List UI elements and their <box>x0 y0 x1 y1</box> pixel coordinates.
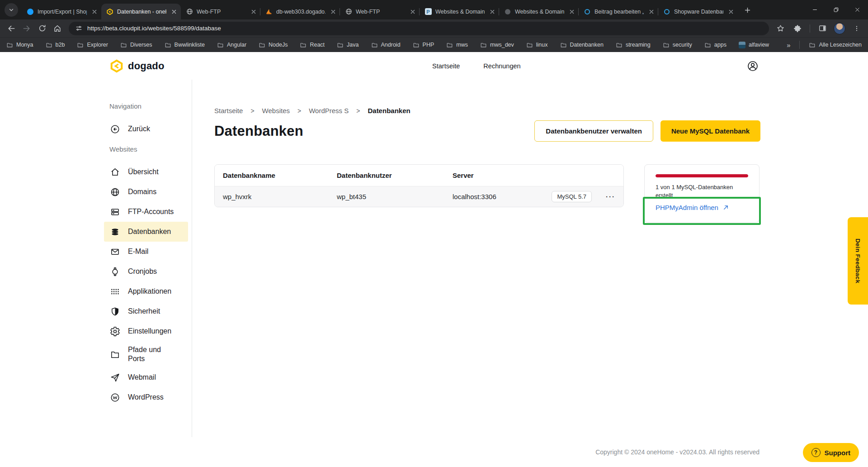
sidebar-item-cronjobs[interactable]: Cronjobs <box>104 262 188 281</box>
bookmark-folder[interactable]: mws <box>446 42 468 48</box>
bookmark-star-button[interactable] <box>773 21 788 36</box>
sidebar-item-email[interactable]: E-Mail <box>104 242 188 262</box>
browser-tab[interactable]: Web-FTP <box>340 4 420 19</box>
bookmark-folder[interactable]: NodeJs <box>259 42 288 48</box>
breadcrumb-websites[interactable]: Websites <box>262 107 290 114</box>
home-icon <box>53 24 62 33</box>
account-button[interactable] <box>747 60 759 72</box>
browser-tab[interactable]: Web-FTP <box>181 4 260 19</box>
tab-close-icon[interactable] <box>647 8 656 16</box>
new-mysql-database-button[interactable]: Neue MySQL Datenbank <box>660 120 760 142</box>
tab-title: Websites & Domains <box>435 9 485 15</box>
bookmark-folder[interactable]: apps <box>704 42 726 48</box>
phpmyadmin-favicon-icon <box>265 8 273 15</box>
browser-tab-active[interactable]: Datenbanken - oneHo <box>101 4 181 19</box>
support-button[interactable]: ? Support <box>803 443 859 462</box>
side-panel-button[interactable] <box>815 21 830 36</box>
bookmark-folder[interactable]: security <box>663 42 692 48</box>
folder-icon <box>413 42 420 48</box>
browser-tab[interactable]: Shopware Datenbank <box>658 4 738 19</box>
bookmark-folder[interactable]: Datenbanken <box>560 42 604 48</box>
sidebar-item-webmail[interactable]: Webmail <box>104 367 188 387</box>
nav-rechnungen[interactable]: Rechnungen <box>483 62 520 70</box>
database-icon <box>109 227 120 237</box>
address-bar[interactable]: https://beta.cloudpit.io/websites/588599… <box>69 22 769 35</box>
db-usage-text: 1 von 1 MySQL-Datenbanken erstellt <box>656 183 735 200</box>
bookmark-folder[interactable]: Explorer <box>77 42 108 48</box>
bookmark-label: streaming <box>626 42 651 48</box>
tab-close-icon[interactable] <box>488 8 496 16</box>
bookmark-folder[interactable]: Android <box>371 42 401 48</box>
sidebar-item-applikationen[interactable]: Applikationen <box>104 281 188 301</box>
open-phpmyadmin-link[interactable]: PHPMyAdmin öffnen <box>656 204 748 211</box>
window-close-button[interactable] <box>847 0 868 19</box>
extensions-button[interactable] <box>790 21 805 36</box>
plesk-favicon-icon: P <box>425 8 432 15</box>
window-restore-button[interactable] <box>826 0 847 19</box>
bookmark-folder[interactable]: mws_dev <box>480 42 514 48</box>
browser-menu-button[interactable] <box>849 21 864 36</box>
reload-button[interactable] <box>34 21 50 36</box>
breadcrumb-startseite[interactable]: Startseite <box>214 107 243 114</box>
tab-close-icon[interactable] <box>250 8 258 16</box>
bookmark-folder[interactable]: streaming <box>616 42 651 48</box>
sidebar-item-einstellungen[interactable]: Einstellungen <box>104 321 188 341</box>
browser-tab[interactable]: Import/Export | Shopw <box>22 4 101 19</box>
plus-icon <box>744 6 751 14</box>
bookmarks-overflow-button[interactable]: » <box>787 41 790 49</box>
browser-tab[interactable]: P Websites & Domains <box>420 4 499 19</box>
bookmark-folder[interactable]: React <box>300 42 325 48</box>
profile-avatar[interactable] <box>832 21 847 36</box>
tab-close-icon[interactable] <box>90 8 99 16</box>
bookmark-folder[interactable]: Monya <box>6 42 33 48</box>
bookmark-folder[interactable]: Diverses <box>120 42 152 48</box>
back-button[interactable] <box>4 21 19 36</box>
star-icon <box>776 24 785 33</box>
kebab-menu-icon <box>853 25 860 32</box>
sidebar-item-zurueck[interactable]: Zurück <box>104 119 188 139</box>
feedback-tab[interactable]: Dein Feedback <box>848 217 868 305</box>
shield-icon <box>109 306 120 317</box>
table-header-row: Datenbankname Datenbanknutzer Server <box>215 165 623 186</box>
home-button[interactable] <box>50 21 65 36</box>
window-minimize-button[interactable] <box>804 0 826 19</box>
nav-startseite[interactable]: Startseite <box>432 62 460 70</box>
tab-close-icon[interactable] <box>170 8 178 16</box>
folder-icon <box>46 42 52 48</box>
browser-tab[interactable]: Beitrag bearbeiten „S <box>579 4 658 19</box>
bookmark-folder[interactable]: PHP <box>413 42 434 48</box>
bookmark-folder[interactable]: linux <box>526 42 548 48</box>
bookmarks-divider <box>799 41 800 49</box>
bookmark-folder[interactable]: Java <box>337 42 359 48</box>
sidebar-item-label: WordPress <box>128 393 164 401</box>
sidebar-item-uebersicht[interactable]: Übersicht <box>104 162 188 182</box>
sidebar-item-ftp-accounts[interactable]: FTP-Accounts <box>104 202 188 222</box>
folder-icon <box>616 42 623 48</box>
breadcrumb-website[interactable]: WordPress S <box>309 107 349 114</box>
chevron-right-icon: > <box>250 107 254 114</box>
manage-db-users-button[interactable]: Datenbankbenutzer verwalten <box>534 120 653 142</box>
sidebar-item-datenbanken[interactable]: Datenbanken <box>104 222 188 242</box>
sidebar-item-sicherheit[interactable]: Sicherheit <box>104 301 188 321</box>
tab-close-icon[interactable] <box>409 8 417 16</box>
tab-close-icon[interactable] <box>727 8 735 16</box>
sidebar-item-pfade-und-ports[interactable]: Pfade und Ports <box>104 341 188 367</box>
forward-button[interactable] <box>19 21 34 36</box>
db-usage-progress <box>656 174 748 177</box>
column-header-server: Server <box>453 172 529 179</box>
new-tab-button[interactable] <box>741 3 754 17</box>
bookmark-folder[interactable]: Angular <box>217 42 246 48</box>
all-bookmarks-button[interactable]: Alle Lesezeichen <box>809 42 862 48</box>
sidebar-item-domains[interactable]: Domains <box>104 182 188 202</box>
bookmark-folder[interactable]: Bwwlinkliste <box>165 42 205 48</box>
row-menu-button[interactable]: ··· <box>606 193 615 200</box>
tab-close-icon[interactable] <box>568 8 576 16</box>
sidebar-item-wordpress[interactable]: WordPress <box>104 387 188 407</box>
tab-search-button[interactable] <box>5 3 18 17</box>
tab-close-icon[interactable] <box>329 8 337 16</box>
bookmark-site[interactable]: alfaview <box>739 42 769 48</box>
browser-tab[interactable]: db-web303.dogado.n <box>260 4 340 19</box>
browser-tab[interactable]: Websites & Domains <box>499 4 579 19</box>
bookmark-folder[interactable]: b2b <box>46 42 65 48</box>
dogado-logo[interactable]: dogado <box>109 59 165 73</box>
